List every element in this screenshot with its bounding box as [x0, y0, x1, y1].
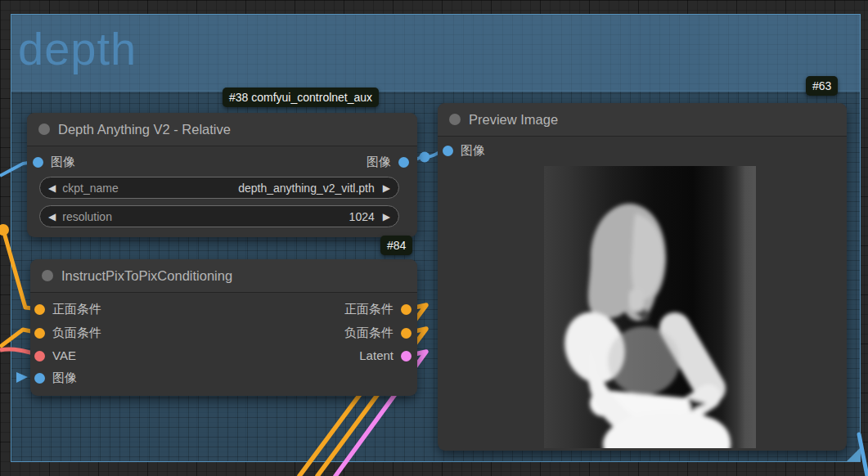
- slot-label: 负面条件: [344, 326, 394, 339]
- node-title-bar[interactable]: InstructPixToPixConditioning: [30, 259, 417, 293]
- slot-label: VAE: [52, 348, 76, 362]
- slot-label: 图像: [461, 143, 485, 157]
- node-status-dot: [449, 114, 461, 125]
- slot-label: 正面条件: [52, 302, 101, 316]
- output-slot-negative[interactable]: 负面条件: [344, 325, 412, 341]
- preview-depth-image[interactable]: [544, 166, 756, 448]
- image-slot-dot[interactable]: [443, 146, 453, 156]
- widget-resolution[interactable]: ◀ resolution 1024 ▶: [39, 205, 399, 227]
- widget-ckpt-name[interactable]: ◀ ckpt_name depth_anything_v2_vitl.pth ▶: [39, 177, 399, 199]
- conditioning-slot-dot[interactable]: [401, 304, 412, 315]
- wire-bottom-right: [859, 434, 867, 476]
- widget-name: resolution: [62, 210, 112, 223]
- image-slot-dot[interactable]: [34, 373, 45, 384]
- node-title-bar[interactable]: Preview Image: [438, 103, 847, 137]
- output-slot-positive[interactable]: 正面条件: [344, 301, 412, 317]
- input-slot-image[interactable]: 图像: [34, 370, 77, 386]
- node-title-bar[interactable]: Depth Anything V2 - Relative: [27, 113, 417, 146]
- slot-label: 正面条件: [344, 302, 394, 316]
- node-id-badge-38: #38 comfyui_controlnet_aux: [223, 88, 379, 107]
- node-title: Depth Anything V2 - Relative: [58, 122, 231, 137]
- slot-label: 图像: [52, 370, 77, 384]
- output-slot-latent[interactable]: Latent: [359, 348, 412, 364]
- slot-label: 负面条件: [52, 326, 101, 339]
- combo-right-arrow-icon[interactable]: ▶: [383, 183, 390, 193]
- slot-label: 图像: [51, 155, 75, 168]
- node-preview-image[interactable]: Preview Image 图像: [438, 103, 847, 451]
- node-id-badge-84: #84: [380, 236, 412, 255]
- conditioning-slot-dot[interactable]: [34, 328, 45, 339]
- wire-reroute-dot: [0, 224, 9, 236]
- link-midpoint-dot: [420, 152, 430, 163]
- image-slot-dot[interactable]: [398, 157, 409, 168]
- combo-right-arrow-icon[interactable]: ▶: [383, 212, 390, 222]
- input-slot-image[interactable]: 图像: [33, 154, 75, 170]
- output-slot-image[interactable]: 图像: [367, 154, 409, 170]
- slot-label: 图像: [367, 155, 391, 168]
- conditioning-slot-dot[interactable]: [34, 304, 45, 315]
- widget-value: depth_anything_v2_vitl.pth: [119, 182, 375, 195]
- input-slot-image[interactable]: 图像: [443, 142, 485, 159]
- input-slot-negative[interactable]: 负面条件: [34, 325, 101, 341]
- node-id-badge-63: #63: [806, 76, 838, 96]
- combo-left-arrow-icon[interactable]: ◀: [48, 183, 56, 193]
- image-slot-dot[interactable]: [33, 157, 43, 168]
- combo-left-arrow-icon[interactable]: ◀: [48, 212, 56, 222]
- node-title: Preview Image: [469, 112, 558, 128]
- hidden-link-arrow-icon: [16, 372, 28, 383]
- comfyui-canvas[interactable]: { "group": { "title": "depth" }, "badges…: [0, 0, 868, 476]
- node-instruct-pix-to-pix[interactable]: InstructPixToPixConditioning 正面条件 负面条件 V…: [30, 259, 417, 396]
- node-depth-anything-v2[interactable]: Depth Anything V2 - Relative 图像 图像 ◀ ckp…: [27, 113, 417, 237]
- node-status-dot: [38, 123, 50, 135]
- node-title: InstructPixToPixConditioning: [61, 268, 232, 284]
- input-slot-positive[interactable]: 正面条件: [34, 301, 101, 317]
- group-resize-handle[interactable]: [847, 448, 860, 461]
- node-status-dot: [42, 270, 53, 281]
- widget-value: 1024: [112, 210, 375, 223]
- slot-label: Latent: [359, 348, 394, 362]
- vae-slot-dot[interactable]: [34, 351, 45, 361]
- conditioning-slot-dot[interactable]: [401, 328, 412, 339]
- latent-slot-dot[interactable]: [401, 351, 412, 361]
- input-slot-vae[interactable]: VAE: [34, 348, 76, 364]
- widget-name: ckpt_name: [62, 182, 118, 195]
